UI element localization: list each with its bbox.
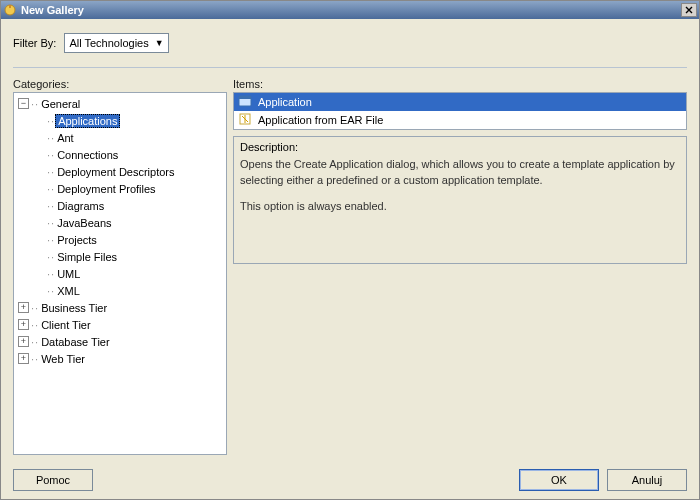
- tree-node-label: XML: [55, 285, 82, 297]
- tree-guide: ··: [47, 200, 55, 212]
- app-icon: [238, 94, 252, 110]
- tree-node[interactable]: −·· General: [16, 95, 224, 112]
- tree-spacer: [34, 200, 45, 211]
- close-button[interactable]: [681, 3, 697, 17]
- categories-tree[interactable]: −·· General ·· Applications ·· Ant ·· Co…: [14, 93, 226, 369]
- description-text-2: This option is always enabled.: [240, 199, 680, 215]
- tree-guide: ··: [31, 336, 39, 348]
- categories-label: Categories:: [13, 78, 227, 92]
- list-item[interactable]: Application: [234, 93, 686, 111]
- tree-node-label: Deployment Profiles: [55, 183, 157, 195]
- titlebar: New Gallery: [1, 1, 699, 19]
- right-panel: Items: ApplicationApplication from EAR F…: [233, 78, 687, 455]
- tree-node-label: Web Tier: [39, 353, 87, 365]
- dialog-window: New Gallery Filter By: All Technologies …: [0, 0, 700, 500]
- list-item-label: Application from EAR File: [258, 114, 383, 126]
- tree-node-label: General: [39, 98, 82, 110]
- filter-combo[interactable]: All Technologies ▼: [64, 33, 168, 53]
- tree-node-label: UML: [55, 268, 82, 280]
- tree-spacer: [34, 183, 45, 194]
- wizard-icon: [238, 112, 252, 128]
- help-button-label: Pomoc: [36, 474, 70, 486]
- tree-guide: ··: [47, 251, 55, 263]
- expand-icon[interactable]: +: [18, 353, 29, 364]
- expand-icon[interactable]: +: [18, 302, 29, 313]
- list-item[interactable]: Application from EAR File: [234, 111, 686, 129]
- description-box: Description: Opens the Create Applicatio…: [233, 136, 687, 264]
- app-logo-icon: [3, 3, 17, 17]
- tree-node[interactable]: +·· Database Tier: [16, 333, 224, 350]
- tree-node[interactable]: ·· Deployment Profiles: [16, 180, 224, 197]
- tree-guide: ··: [47, 115, 55, 127]
- help-button[interactable]: Pomoc: [13, 469, 93, 491]
- tree-node[interactable]: +·· Business Tier: [16, 299, 224, 316]
- tree-spacer: [34, 132, 45, 143]
- tree-node-label: JavaBeans: [55, 217, 113, 229]
- tree-node[interactable]: ·· XML: [16, 282, 224, 299]
- tree-node[interactable]: ·· Diagrams: [16, 197, 224, 214]
- tree-spacer: [34, 285, 45, 296]
- chevron-down-icon: ▼: [155, 38, 164, 48]
- categories-panel: Categories: −·· General ·· Applications …: [13, 78, 227, 455]
- ok-button[interactable]: OK: [519, 469, 599, 491]
- collapse-icon[interactable]: −: [18, 98, 29, 109]
- filter-combo-value: All Technologies: [69, 37, 148, 49]
- footer: Pomoc OK Anuluj: [1, 461, 699, 499]
- window-title: New Gallery: [21, 4, 681, 16]
- tree-spacer: [34, 149, 45, 160]
- tree-spacer: [34, 234, 45, 245]
- expand-icon[interactable]: +: [18, 319, 29, 330]
- tree-node[interactable]: ·· Ant: [16, 129, 224, 146]
- tree-guide: ··: [31, 319, 39, 331]
- tree-guide: ··: [31, 98, 39, 110]
- tree-spacer: [34, 268, 45, 279]
- tree-spacer: [34, 251, 45, 262]
- tree-node[interactable]: ·· Connections: [16, 146, 224, 163]
- close-icon: [685, 6, 693, 14]
- tree-node[interactable]: ·· Applications: [16, 112, 224, 129]
- tree-node[interactable]: +·· Client Tier: [16, 316, 224, 333]
- tree-guide: ··: [31, 353, 39, 365]
- items-list[interactable]: ApplicationApplication from EAR File: [234, 93, 686, 129]
- tree-node-label: Simple Files: [55, 251, 119, 263]
- items-label: Items:: [233, 78, 687, 92]
- description-label: Description:: [240, 141, 680, 153]
- cancel-button-label: Anuluj: [632, 474, 663, 486]
- items-list-box: ApplicationApplication from EAR File: [233, 92, 687, 130]
- tree-guide: ··: [47, 268, 55, 280]
- panels: Categories: −·· General ·· Applications …: [13, 78, 687, 455]
- separator: [13, 67, 687, 68]
- tree-node[interactable]: ·· Simple Files: [16, 248, 224, 265]
- tree-node-label: Projects: [55, 234, 99, 246]
- list-item-label: Application: [258, 96, 312, 108]
- tree-node-label: Ant: [55, 132, 76, 144]
- cancel-button[interactable]: Anuluj: [607, 469, 687, 491]
- tree-node[interactable]: ·· Projects: [16, 231, 224, 248]
- tree-node[interactable]: ·· UML: [16, 265, 224, 282]
- tree-node[interactable]: ·· JavaBeans: [16, 214, 224, 231]
- tree-spacer: [34, 166, 45, 177]
- description-text-1: Opens the Create Application dialog, whi…: [240, 157, 680, 189]
- tree-guide: ··: [47, 166, 55, 178]
- tree-guide: ··: [47, 183, 55, 195]
- tree-node-label: Diagrams: [55, 200, 106, 212]
- categories-tree-box: −·· General ·· Applications ·· Ant ·· Co…: [13, 92, 227, 455]
- tree-node-label: Business Tier: [39, 302, 109, 314]
- tree-node-label: Applications: [55, 114, 120, 128]
- tree-node-label: Database Tier: [39, 336, 111, 348]
- tree-guide: ··: [47, 285, 55, 297]
- tree-guide: ··: [47, 149, 55, 161]
- tree-guide: ··: [47, 217, 55, 229]
- tree-node-label: Client Tier: [39, 319, 93, 331]
- filter-label: Filter By:: [13, 37, 56, 49]
- tree-spacer: [34, 217, 45, 228]
- svg-rect-1: [9, 5, 11, 8]
- tree-node[interactable]: ·· Deployment Descriptors: [16, 163, 224, 180]
- tree-guide: ··: [31, 302, 39, 314]
- tree-node[interactable]: +·· Web Tier: [16, 350, 224, 367]
- expand-icon[interactable]: +: [18, 336, 29, 347]
- tree-guide: ··: [47, 234, 55, 246]
- tree-node-label: Connections: [55, 149, 120, 161]
- filter-row: Filter By: All Technologies ▼: [13, 29, 687, 59]
- tree-guide: ··: [47, 132, 55, 144]
